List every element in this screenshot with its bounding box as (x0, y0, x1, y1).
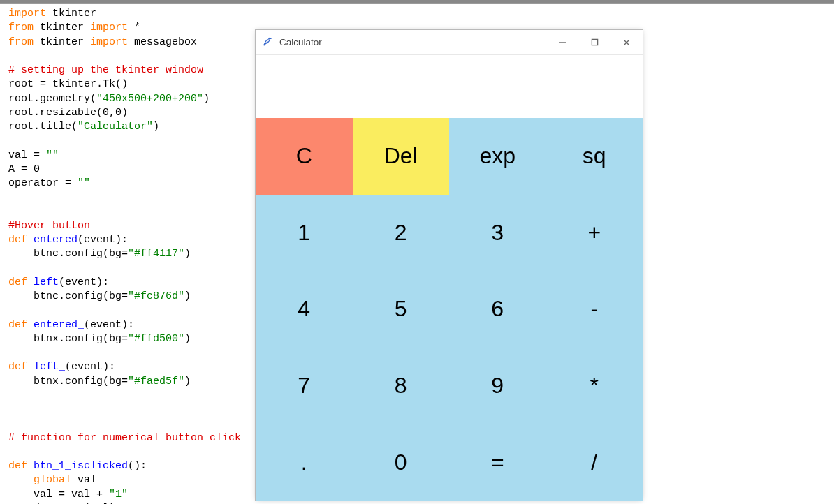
decimal-button[interactable]: . (256, 424, 353, 501)
digit-0-button[interactable]: 0 (353, 424, 450, 501)
minimize-button[interactable] (546, 30, 578, 55)
calculator-window: Calculator C Del exp sq 1 2 3 + 4 5 6 - … (255, 29, 643, 501)
digit-4-button[interactable]: 4 (256, 271, 353, 348)
digit-3-button[interactable]: 3 (449, 195, 546, 272)
digit-5-button[interactable]: 5 (353, 271, 450, 348)
window-title: Calculator (279, 37, 546, 47)
digit-1-button[interactable]: 1 (256, 195, 353, 272)
divide-button[interactable]: / (546, 424, 643, 501)
delete-button[interactable]: Del (353, 118, 450, 195)
equals-button[interactable]: = (449, 424, 546, 501)
close-button[interactable] (610, 30, 643, 55)
titlebar-buttons (546, 30, 643, 55)
digit-9-button[interactable]: 9 (449, 348, 546, 424)
keypad: C Del exp sq 1 2 3 + 4 5 6 - 7 8 9 * . 0… (256, 118, 643, 501)
square-button[interactable]: sq (546, 118, 643, 195)
digit-8-button[interactable]: 8 (353, 348, 450, 424)
minus-button[interactable]: - (546, 271, 643, 348)
svg-rect-2 (592, 39, 597, 45)
titlebar[interactable]: Calculator (256, 30, 643, 55)
digit-6-button[interactable]: 6 (449, 271, 546, 348)
maximize-button[interactable] (578, 30, 610, 55)
digit-2-button[interactable]: 2 (353, 195, 450, 272)
clear-button[interactable]: C (256, 118, 353, 195)
multiply-button[interactable]: * (546, 348, 643, 424)
app-icon (263, 37, 274, 48)
calculator-display (256, 55, 643, 118)
digit-7-button[interactable]: 7 (256, 348, 353, 424)
plus-button[interactable]: + (546, 195, 643, 272)
exp-button[interactable]: exp (449, 118, 546, 195)
